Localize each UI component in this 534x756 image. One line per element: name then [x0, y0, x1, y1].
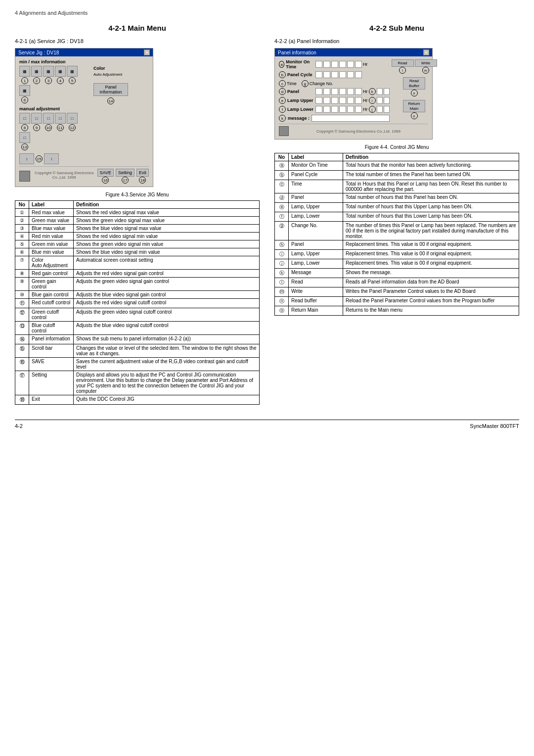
table-row: ①Red max valueShows the red video signal…: [15, 209, 260, 217]
lamp-lower-row: f Lamp Lower Hr j: [279, 106, 390, 113]
manual-icons-row: □ 8 □ 9 □ 10: [19, 113, 89, 150]
row-no: ⓔ: [275, 203, 289, 212]
row-definition: Displays and allows you to adjust the PC…: [74, 371, 260, 395]
icon-1[interactable]: ▦: [19, 66, 30, 77]
circle-f: f: [279, 106, 286, 113]
row-label: Panel information: [29, 335, 74, 344]
icon-4[interactable]: ▦: [55, 66, 66, 77]
color-label: Color: [93, 66, 128, 71]
panel-dialog-title: Panel information: [278, 50, 316, 55]
icon-10[interactable]: □: [43, 113, 54, 124]
right-col-header-no: No: [275, 153, 289, 161]
row-no: ⓙ: [275, 259, 289, 269]
row-label: Red min value: [29, 233, 74, 240]
row-no: ⓖ: [275, 222, 289, 240]
row-definition: Total number of hours that this Panel ha…: [343, 193, 519, 203]
exit-button[interactable]: Exit: [136, 169, 149, 177]
message-label: message :: [288, 116, 310, 121]
table-row: ⓑPanel CycleThe total number of times th…: [275, 171, 519, 180]
table-row: ⑬Blue cutoff controlAdjusts the blue vid…: [15, 322, 260, 335]
panel-dialog-title-bar: Panel information ✕: [275, 48, 432, 56]
table-row: ⑥Blue min valueShows the blue video sign…: [15, 248, 260, 256]
table-row: ⑱ExitQuits the DDC Control JIG: [15, 395, 260, 405]
num-16: 16: [102, 177, 109, 184]
row-definition: Shows the green video signal max value: [74, 217, 260, 225]
num-2: 2: [33, 77, 40, 84]
row-definition: Automatical screen contrast setting: [74, 256, 260, 270]
lamp-lower-label: f Lamp Lower: [279, 106, 313, 113]
icon-3[interactable]: ▦: [43, 66, 54, 77]
circle-g: g: [302, 80, 309, 87]
icon-11[interactable]: □: [55, 113, 66, 124]
icon-9[interactable]: □: [31, 113, 42, 124]
page-footer: 4-2 SyncMaster 800TFT: [15, 420, 519, 429]
row-label: Panel Cycle: [289, 171, 343, 180]
message-row: k message :: [279, 115, 390, 122]
row-no: ⑦: [15, 256, 29, 270]
panel-row: d Panel Hr h: [279, 88, 390, 95]
panel-info-button[interactable]: Panel Information: [93, 83, 128, 96]
circle-k: k: [279, 115, 286, 122]
return-main-button[interactable]: Return Main: [403, 100, 425, 112]
monitor-on-time-row: a Monitor On Time Hr: [279, 59, 390, 69]
icon-2[interactable]: ▦: [31, 66, 42, 77]
page-header: 4 Alignments and Adjustments: [15, 10, 519, 16]
num-13: 13: [21, 143, 28, 150]
left-section-title: 4-2-1 Main Menu: [15, 24, 260, 32]
row-no: ⑥: [15, 248, 29, 256]
left-figure-caption: Figure 4-3.Service JIG Menu: [15, 192, 260, 197]
right-figure-caption: Figure 4-4. Control JIG Menu: [274, 144, 519, 150]
table-row: ⑦Color Auto AdjustmentAutomatical screen…: [15, 256, 260, 270]
row-label: Blue max value: [29, 225, 74, 233]
table-row: ⑤Green min valueShows the green video si…: [15, 240, 260, 248]
row-definition: Adjusts the blue video signal cutoff con…: [74, 322, 260, 335]
icon-12[interactable]: □: [67, 113, 78, 124]
scroll-icon[interactable]: ↕: [19, 153, 34, 164]
auto-adj-label: Auto Adjustment: [93, 72, 128, 77]
footer-page-num: 4-2: [15, 423, 23, 429]
panel-right-buttons: Read l Write m Read Buffer n: [392, 59, 437, 119]
row-label: Blue gain control: [29, 291, 74, 299]
dialog-close-button[interactable]: ✕: [144, 49, 150, 55]
panel-logo-icon: [279, 126, 289, 136]
row-no: ④: [15, 233, 29, 240]
time-label: Time: [287, 81, 297, 86]
row-definition: Reads all Panel information data from th…: [343, 278, 519, 287]
read-buffer-button[interactable]: Read Buffer: [403, 77, 425, 90]
circle-e: e: [279, 97, 286, 104]
panel-dialog-close[interactable]: ✕: [423, 49, 429, 55]
row-label: Blue cutoff control: [29, 322, 74, 335]
row-no: ⑪: [15, 299, 29, 308]
service-jig-dialog: Service Jig : DV18 ✕ min / max informati…: [15, 48, 153, 187]
table-row: ⑭Panel informationShows the sub menu to …: [15, 335, 260, 344]
panel-cycle-label: b Panel Cycle: [279, 71, 313, 78]
icon-5[interactable]: ▦: [67, 66, 78, 77]
lamp-lower-fields: Hr j: [315, 106, 390, 113]
num-1: 1: [21, 77, 28, 84]
row-definition: Shows the blue video signal min value: [74, 248, 260, 256]
num-11: 11: [57, 124, 64, 131]
icon-8[interactable]: □: [19, 113, 30, 124]
table-row: ⓙLamp, LowerReplacement times. This valu…: [275, 259, 519, 269]
read-button[interactable]: Read: [392, 59, 414, 67]
icon-13[interactable]: □: [19, 132, 30, 143]
message-field: [312, 115, 389, 122]
row-no: ③: [15, 225, 29, 233]
table-row: ②Green max valueShows the green video si…: [15, 217, 260, 225]
dialog-body: min / max information ▦ 1 ▦ 2: [15, 56, 153, 187]
icon-6[interactable]: ▦: [19, 85, 30, 96]
min-max-label: min / max information: [19, 59, 149, 64]
logo-icon: [19, 171, 30, 182]
row-definition: Reload the Panel Parameter Control value…: [343, 297, 519, 306]
setting-button[interactable]: Setting: [116, 169, 134, 177]
row-definition: The number of times this Panel or Lamp h…: [343, 222, 519, 240]
scroll-icon-2[interactable]: ↕: [44, 153, 59, 164]
circle-o: o: [411, 112, 418, 119]
write-button[interactable]: Write: [415, 59, 437, 67]
circle-n: n: [411, 90, 418, 96]
row-label: Lamp, Upper: [289, 203, 343, 212]
dialog-title-bar: Service Jig : DV18 ✕: [15, 48, 153, 56]
save-button[interactable]: SAVE: [97, 169, 114, 177]
row-definition: Shows the red video signal min value: [74, 233, 260, 240]
panel-d-fields: Hr h: [315, 88, 390, 95]
